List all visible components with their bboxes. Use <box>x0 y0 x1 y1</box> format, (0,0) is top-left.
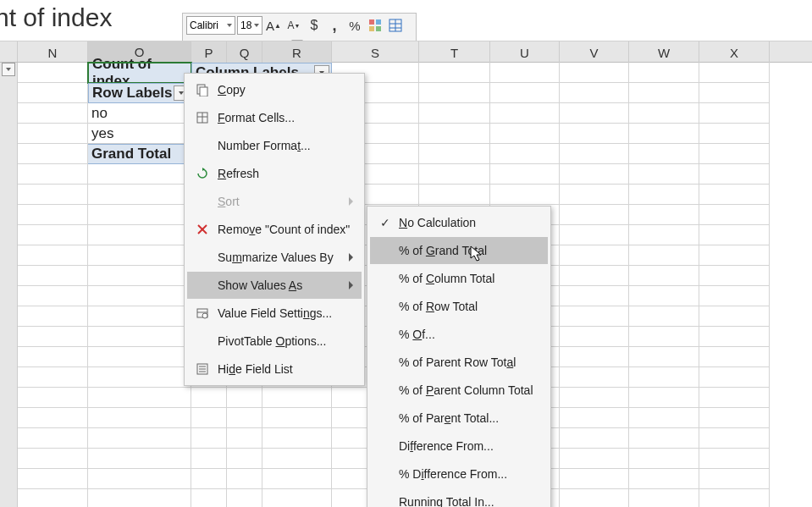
column-header[interactable]: T <box>419 41 490 63</box>
menu-item-label: Copy <box>218 83 353 96</box>
submenu-item-label: % of Column Total <box>399 272 539 285</box>
menu-item-label: Remove "Count of index" <box>218 223 353 236</box>
column-header[interactable]: N <box>18 41 88 63</box>
column-header[interactable]: U <box>490 41 560 63</box>
context-menu-item[interactable]: Remove "Count of index" <box>187 216 362 243</box>
context-menu-item[interactable]: Value Field Settings... <box>187 300 362 327</box>
column-header[interactable]: X <box>699 41 770 63</box>
context-menu-item: Sort <box>187 188 362 215</box>
column-header[interactable]: P <box>191 41 227 63</box>
submenu-item[interactable]: % of Parent Column Total <box>370 377 548 404</box>
svg-rect-18 <box>200 87 207 96</box>
title-fragment: nt of index <box>0 3 112 32</box>
menu-item-label: Format Cells... <box>218 111 353 124</box>
pivot-value-field-cell[interactable]: Count of index <box>88 63 191 83</box>
chevron-down-icon <box>227 24 232 27</box>
menu-item-label: Number Format... <box>218 139 353 152</box>
checkmark-icon: ✓ <box>375 216 395 229</box>
column-header[interactable]: V <box>560 41 629 63</box>
grow-font-button[interactable]: A▲ <box>264 16 283 35</box>
context-menu-item[interactable]: Refresh <box>187 160 362 187</box>
accounting-format-button[interactable]: $ <box>305 16 323 35</box>
column-header[interactable]: S <box>332 41 419 63</box>
pivot-expand-button[interactable] <box>2 63 15 76</box>
select-all-corner[interactable] <box>0 41 18 62</box>
context-menu-item[interactable]: Hide Field List <box>187 355 362 383</box>
settings-icon <box>192 306 213 320</box>
submenu-item-label: % Difference From... <box>399 467 539 481</box>
submenu-item-label: % of Parent Total... <box>399 411 539 425</box>
menu-item-label: Hide Field List <box>218 362 353 376</box>
font-name-dropdown[interactable]: Calibri <box>186 16 235 35</box>
pivot-row-label[interactable]: yes <box>88 124 191 144</box>
chevron-down-icon <box>254 24 259 27</box>
shrink-font-button[interactable]: A▼ <box>284 16 303 35</box>
menu-item-label: PivotTable Options... <box>218 334 353 348</box>
context-menu-item[interactable]: Format Cells... <box>187 104 362 131</box>
menu-item-label: Sort <box>218 195 349 208</box>
submenu-item-label: % of Parent Row Total <box>399 355 539 369</box>
font-size-dropdown[interactable]: 18 <box>237 16 262 35</box>
submenu-item[interactable]: % of Grand Total <box>370 237 548 264</box>
row-headers-strip <box>0 63 18 507</box>
pivot-row-label[interactable]: no <box>88 103 191 124</box>
column-header[interactable]: Q <box>227 41 262 63</box>
table-format-button[interactable] <box>386 16 405 35</box>
submenu-item-label: % of Row Total <box>399 300 539 313</box>
menu-item-label: Value Field Settings... <box>218 306 353 320</box>
svg-rect-2 <box>369 26 374 31</box>
context-menu-item[interactable]: Number Format... <box>187 132 362 159</box>
submenu-item-label: % of Parent Column Total <box>399 383 539 397</box>
table-icon <box>389 19 402 32</box>
submenu-item-label: % Of... <box>399 328 539 341</box>
column-header[interactable]: R <box>262 41 332 63</box>
chevron-right-icon <box>349 281 353 289</box>
submenu-item[interactable]: % of Column Total <box>370 265 548 292</box>
context-menu-item[interactable]: PivotTable Options... <box>187 328 362 355</box>
svg-rect-3 <box>376 26 381 31</box>
conditional-format-button[interactable] <box>366 16 384 35</box>
copy-icon <box>192 83 213 96</box>
context-menu: CopyFormat Cells...Number Format...Refre… <box>184 73 365 386</box>
submenu-item[interactable]: % of Row Total <box>370 293 548 320</box>
context-menu-item[interactable]: Show Values As <box>187 272 362 299</box>
list-icon <box>192 362 213 376</box>
context-menu-item[interactable]: Copy <box>187 76 362 103</box>
percent-style-button[interactable]: % <box>345 16 364 35</box>
svg-rect-0 <box>369 19 374 25</box>
submenu-item[interactable]: Running Total In... <box>370 488 548 507</box>
menu-item-label: Show Values As <box>218 278 349 292</box>
show-values-as-submenu: ✓No Calculation% of Grand Total% of Colu… <box>367 206 551 507</box>
conditional-format-icon <box>368 19 382 32</box>
submenu-item-label: Difference From... <box>399 439 539 453</box>
submenu-item-label: No Calculation <box>399 216 539 229</box>
pivot-row-field-cell[interactable]: Row Labels <box>88 83 191 103</box>
chevron-right-icon <box>349 197 353 206</box>
grand-total-row-label[interactable]: Grand Total <box>88 144 191 164</box>
x-icon <box>192 223 213 235</box>
svg-point-26 <box>202 313 207 318</box>
submenu-item-label: % of Grand Total <box>399 244 539 257</box>
menu-item-label: Refresh <box>218 167 353 180</box>
submenu-item[interactable]: ✓No Calculation <box>370 209 548 236</box>
submenu-item[interactable]: % Of... <box>370 321 548 348</box>
chevron-right-icon <box>349 253 353 262</box>
submenu-item[interactable]: % of Parent Total... <box>370 405 548 432</box>
column-header[interactable]: W <box>629 41 699 63</box>
svg-rect-1 <box>376 19 381 25</box>
submenu-item[interactable]: % Difference From... <box>370 460 548 488</box>
menu-item-label: Summarize Values By <box>218 251 349 264</box>
refresh-icon <box>192 167 213 180</box>
submenu-item-label: Running Total In... <box>399 495 539 507</box>
context-menu-item[interactable]: Summarize Values By <box>187 244 362 271</box>
comma-style-button[interactable]: , <box>325 16 344 35</box>
submenu-item[interactable]: Difference From... <box>370 433 548 460</box>
table-icon <box>192 111 213 124</box>
submenu-item[interactable]: % of Parent Row Total <box>370 349 548 376</box>
